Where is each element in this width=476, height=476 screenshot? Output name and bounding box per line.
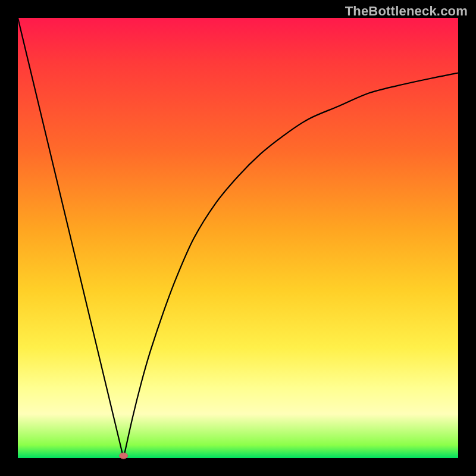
watermark-text: TheBottleneck.com — [345, 4, 468, 19]
plot-area — [18, 18, 458, 458]
bottleneck-curve — [18, 18, 458, 458]
chart-frame: TheBottleneck.com — [0, 0, 476, 476]
curve-path — [18, 18, 458, 458]
minimum-marker — [120, 453, 128, 459]
